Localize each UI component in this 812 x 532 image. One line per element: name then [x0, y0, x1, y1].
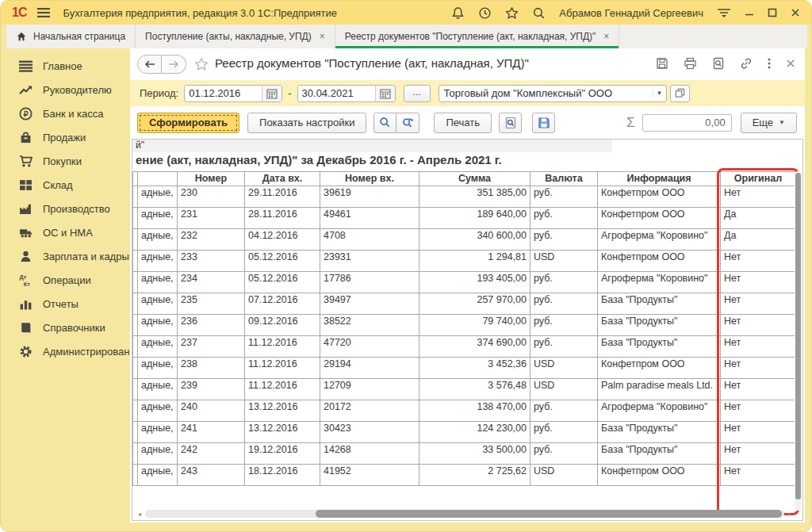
table-cell[interactable]: 29.11.2016 — [245, 186, 320, 208]
table-row[interactable]: адные,23204.12.20164708340 600,00руб.Агр… — [133, 229, 796, 251]
tab-home[interactable]: Начальная страница — [6, 25, 136, 48]
table-cell[interactable]: USD — [530, 251, 598, 272]
tab-close-icon[interactable]: × — [320, 31, 325, 42]
report-title[interactable]: ение (акт, накладная, УПД)" за Декабрь 2… — [136, 153, 502, 166]
open-organization-icon[interactable] — [670, 85, 690, 102]
sum-field[interactable] — [642, 114, 732, 132]
find-next-button[interactable] — [396, 113, 419, 133]
table-cell[interactable]: 79 740,00 — [419, 315, 530, 336]
calendar-icon[interactable] — [262, 86, 282, 101]
sidebar-item-7[interactable]: Производство — [6, 197, 130, 220]
table-cell[interactable]: 231 — [178, 208, 245, 229]
table-cell[interactable]: 39619 — [320, 186, 419, 208]
table-cell[interactable]: 11.12.2016 — [245, 336, 320, 358]
table-cell[interactable]: 07.12.2016 — [245, 293, 320, 315]
table-cell[interactable]: 47720 — [320, 336, 419, 358]
table-cell[interactable]: 23931 — [320, 251, 419, 272]
table-cell[interactable]: 240 — [178, 400, 245, 422]
table-row[interactable]: адные,24113.12.201630423124 230,00руб.Ба… — [133, 422, 796, 443]
table-row[interactable]: адные,23711.12.201647720374 690,00руб.Ба… — [133, 336, 796, 358]
table-cell[interactable]: 11.12.2016 — [245, 358, 320, 379]
table-cell[interactable]: База "Продукты" — [598, 336, 721, 358]
table-cell[interactable]: Конфетпром ООО — [598, 465, 721, 486]
table-cell[interactable]: База "Продукты" — [598, 443, 721, 465]
table-cell[interactable]: Нет — [721, 443, 796, 465]
minimize-button[interactable] — [745, 8, 754, 17]
horizontal-scrollbar-track[interactable] — [145, 510, 784, 518]
date-from-input[interactable] — [185, 86, 262, 101]
table-cell[interactable]: 232 — [178, 229, 245, 251]
table-cell[interactable]: адные, — [138, 272, 178, 293]
table-row[interactable]: адные,24013.12.201620172138 470,00руб.Аг… — [133, 400, 796, 422]
table-cell[interactable]: 05.12.2016 — [245, 272, 320, 293]
sidebar-item-4[interactable]: Продажи — [6, 125, 130, 149]
table-row[interactable]: адные,23507.12.201639497257 970,00руб.Ба… — [133, 293, 796, 315]
close-form-icon[interactable] — [786, 59, 795, 68]
table-cell[interactable]: адные, — [138, 336, 178, 358]
table-cell[interactable]: 124 230,00 — [419, 422, 530, 443]
get-link-icon[interactable] — [740, 57, 753, 70]
table-cell[interactable]: 41952 — [320, 465, 419, 486]
table-cell[interactable]: руб. — [530, 293, 598, 315]
table-cell[interactable]: руб. — [530, 208, 598, 229]
table-cell[interactable]: Нет — [721, 272, 796, 293]
report-spreadsheet[interactable]: й" ение (акт, накладная, УПД)" за Декабр… — [132, 139, 803, 521]
period-options-button[interactable]: ... — [404, 85, 431, 102]
table-cell[interactable]: руб. — [530, 422, 598, 443]
table-cell[interactable]: руб. — [530, 272, 598, 293]
scroll-left-arrow-icon[interactable]: ◂ — [136, 510, 144, 519]
table-cell[interactable]: 230 — [178, 186, 245, 208]
scroll-right-arrow-icon[interactable]: ▸ — [786, 510, 794, 519]
table-cell[interactable]: руб. — [530, 443, 598, 465]
table-cell[interactable]: 242 — [178, 443, 245, 465]
table-cell[interactable]: 243 — [178, 465, 245, 486]
save-icon[interactable] — [656, 57, 668, 70]
table-cell[interactable]: 33 500,00 — [419, 443, 530, 465]
table-cell[interactable]: 1 294,81 — [419, 251, 530, 272]
table-cell[interactable]: 3 452,36 — [419, 358, 530, 379]
chevron-down-icon[interactable]: ▼ — [653, 90, 666, 97]
sidebar-item-5[interactable]: Покупки — [6, 149, 130, 173]
table-cell[interactable]: 257 970,00 — [419, 293, 530, 315]
table-cell[interactable]: 193 405,00 — [419, 272, 530, 293]
table-cell[interactable]: USD — [530, 379, 598, 400]
sidebar-item-10[interactable]: ДтКтОперации — [6, 268, 130, 292]
table-cell[interactable]: 20172 — [320, 400, 419, 422]
global-search-icon[interactable] — [532, 6, 546, 20]
favorites-star-icon[interactable] — [505, 6, 519, 20]
main-menu-icon[interactable] — [37, 7, 50, 18]
add-to-favorites-star-icon[interactable] — [194, 57, 209, 71]
date-to-input[interactable] — [298, 86, 375, 101]
table-cell[interactable]: 241 — [178, 422, 245, 443]
table-cell[interactable]: 18.12.2016 — [245, 465, 320, 486]
column-header[interactable]: Оригинал — [721, 172, 796, 186]
table-cell[interactable]: Агроферма "Коровино" — [598, 272, 721, 293]
print-icon[interactable] — [684, 57, 697, 70]
table-cell[interactable]: 340 600,00 — [419, 229, 530, 251]
table-cell[interactable]: База "Продукты" — [598, 293, 721, 315]
table-cell[interactable]: 13.12.2016 — [245, 400, 320, 422]
sidebar-item-1[interactable]: Главное — [6, 54, 130, 78]
current-user[interactable]: Абрамов Геннадий Сергеевич — [559, 7, 703, 19]
table-cell[interactable]: 14268 — [320, 443, 419, 465]
table-cell[interactable]: Нет — [721, 315, 796, 336]
table-cell[interactable]: 138 470,00 — [419, 400, 530, 422]
table-cell[interactable]: руб. — [530, 400, 598, 422]
table-row[interactable]: адные,23405.12.201617786193 405,00руб.Аг… — [133, 272, 796, 293]
table-cell[interactable]: Нет — [721, 251, 796, 272]
table-cell[interactable]: адные, — [138, 465, 178, 486]
sidebar-item-2[interactable]: Руководителю — [6, 78, 130, 101]
table-row[interactable]: адные,24219.12.20161426833 500,00руб.Баз… — [133, 443, 796, 465]
report-partial-line[interactable]: й" — [132, 140, 612, 152]
table-cell[interactable]: адные, — [138, 229, 178, 251]
table-cell[interactable]: адные, — [138, 443, 178, 465]
table-row[interactable]: адные,23911.12.2016127093 576,48USDPalm … — [133, 379, 796, 400]
table-cell[interactable]: Нет — [721, 293, 796, 315]
table-cell[interactable]: 237 — [178, 336, 245, 358]
table-cell[interactable]: Нет — [721, 400, 796, 422]
table-cell[interactable]: 4708 — [320, 229, 419, 251]
table-cell[interactable]: 374 690,00 — [419, 336, 530, 358]
history-icon[interactable] — [478, 6, 492, 20]
table-cell[interactable]: Нет — [721, 358, 796, 379]
column-header[interactable]: Информация — [598, 172, 721, 186]
